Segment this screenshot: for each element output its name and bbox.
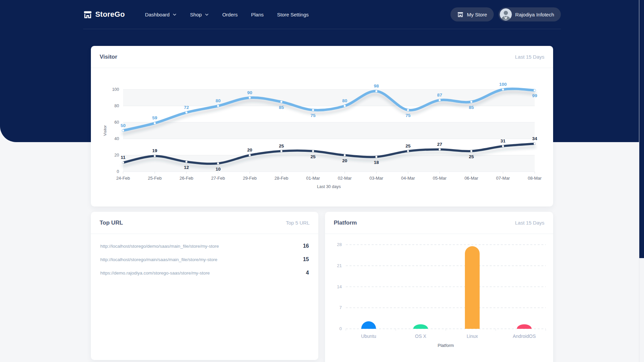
svg-text:10: 10	[216, 167, 221, 172]
svg-text:28-Feb: 28-Feb	[274, 176, 288, 181]
url-row: http://localhost/storego/main/saas/main_…	[91, 253, 318, 266]
svg-text:85: 85	[279, 105, 284, 110]
avatar	[500, 8, 512, 20]
svg-text:25: 25	[469, 154, 474, 159]
svg-text:01-Mar: 01-Mar	[306, 176, 320, 181]
svg-text:72: 72	[184, 105, 189, 110]
svg-text:19: 19	[152, 148, 157, 153]
main-nav: Dashboard Shop Orders Plans Store Settin…	[145, 12, 309, 17]
storefront-icon	[457, 11, 464, 18]
svg-text:06-Mar: 06-Mar	[465, 176, 479, 181]
svg-text:75: 75	[406, 113, 411, 118]
svg-text:31: 31	[500, 138, 506, 143]
scrollbar-thumb[interactable]	[639, 0, 644, 258]
svg-text:20: 20	[247, 147, 252, 153]
url-list: http://localhost/storego/demo/saas/main_…	[91, 234, 318, 280]
nav-label: Dashboard	[145, 12, 169, 17]
url-row: https://demo.rajodiya.com/storego-saas/s…	[91, 266, 318, 280]
svg-text:Last 30 days: Last 30 days	[317, 184, 341, 189]
card-title: Top URL	[100, 220, 123, 226]
svg-text:29-Feb: 29-Feb	[243, 176, 257, 181]
svg-text:50: 50	[120, 123, 125, 128]
svg-text:80: 80	[342, 98, 347, 103]
url-link[interactable]: http://localhost/storego/demo/saas/main_…	[100, 244, 219, 249]
svg-text:12: 12	[184, 165, 189, 170]
svg-text:14: 14	[337, 284, 342, 289]
url-count: 15	[303, 256, 309, 262]
svg-text:20: 20	[342, 158, 347, 163]
nav-item-shop[interactable]: Shop	[190, 12, 209, 17]
my-store-label: My Store	[467, 12, 487, 17]
user-menu[interactable]: Rajodiya Infotech	[498, 7, 561, 21]
svg-text:0: 0	[339, 326, 342, 331]
svg-text:03-Mar: 03-Mar	[369, 176, 383, 181]
svg-text:27: 27	[437, 142, 442, 147]
store-logo-icon	[83, 10, 92, 19]
svg-text:11: 11	[121, 155, 126, 160]
url-link[interactable]: https://demo.rajodiya.com/storego-saas/s…	[100, 270, 210, 276]
svg-text:25: 25	[311, 154, 316, 159]
svg-text:90: 90	[247, 90, 252, 95]
app-header: StoreGo Dashboard Shop Orders Plans Stor…	[83, 0, 561, 29]
nav-item-orders[interactable]: Orders	[222, 12, 238, 17]
svg-text:7: 7	[339, 305, 342, 310]
visitor-chart: 10080604020024-Feb25-Feb26-Feb27-Feb29-F…	[91, 77, 553, 191]
svg-text:80: 80	[216, 98, 221, 103]
svg-text:99: 99	[532, 93, 537, 98]
svg-text:05-Mar: 05-Mar	[433, 176, 447, 181]
svg-text:Visitor: Visitor	[103, 125, 107, 136]
card-title: Platform	[334, 220, 357, 226]
svg-text:02-Mar: 02-Mar	[338, 176, 352, 181]
svg-text:98: 98	[374, 83, 379, 88]
svg-text:80: 80	[114, 104, 119, 108]
platform-chart: 07142128UbuntuOS XLinuxAndroidOSPlatform	[325, 234, 553, 351]
svg-text:25: 25	[406, 143, 411, 148]
nav-label: Plans	[251, 12, 264, 17]
svg-text:07-Mar: 07-Mar	[496, 176, 510, 181]
nav-label: Shop	[190, 12, 202, 17]
chevron-down-icon	[205, 12, 209, 17]
subtitle-label: Top 5 URL	[286, 220, 310, 226]
svg-text:0: 0	[117, 169, 119, 174]
visitor-card: Visitor Last 15 Days 10080604020024-Feb2…	[91, 46, 553, 206]
svg-text:AndroidOS: AndroidOS	[513, 334, 536, 339]
svg-text:24-Feb: 24-Feb	[116, 176, 130, 181]
nav-item-dashboard[interactable]: Dashboard	[145, 12, 176, 17]
svg-text:60: 60	[114, 120, 119, 125]
svg-text:100: 100	[499, 82, 507, 87]
svg-text:21: 21	[337, 263, 342, 268]
logo[interactable]: StoreGo	[83, 10, 125, 19]
svg-text:25: 25	[279, 143, 284, 148]
svg-text:75: 75	[311, 113, 316, 118]
url-row: http://localhost/storego/demo/saas/main_…	[91, 239, 318, 253]
svg-text:08-Mar: 08-Mar	[528, 176, 542, 181]
nav-label: Store Settings	[277, 12, 309, 17]
svg-text:25-Feb: 25-Feb	[148, 176, 162, 181]
url-count: 16	[303, 243, 309, 249]
chevron-down-icon	[172, 12, 177, 17]
my-store-button[interactable]: My Store	[450, 7, 494, 21]
top-url-card: Top URL Top 5 URL http://localhost/store…	[91, 212, 318, 360]
user-name: Rajodiya Infotech	[515, 12, 554, 17]
period-label: Last 15 Days	[515, 54, 544, 60]
svg-text:34: 34	[532, 136, 537, 141]
svg-text:85: 85	[469, 105, 474, 110]
url-count: 4	[306, 270, 309, 276]
svg-text:28: 28	[337, 242, 342, 247]
svg-text:18: 18	[374, 160, 379, 165]
logo-text: StoreGo	[95, 10, 125, 19]
svg-text:Linux: Linux	[467, 334, 478, 339]
nav-item-store-settings[interactable]: Store Settings	[277, 12, 309, 17]
nav-item-plans[interactable]: Plans	[251, 12, 264, 17]
svg-text:04-Mar: 04-Mar	[401, 176, 415, 181]
svg-text:20: 20	[114, 153, 119, 158]
platform-card: Platform Last 15 Days 07142128UbuntuOS X…	[325, 212, 553, 362]
url-link[interactable]: http://localhost/storego/main/saas/main_…	[100, 257, 217, 262]
svg-text:26-Feb: 26-Feb	[179, 176, 193, 181]
svg-text:OS X: OS X	[415, 334, 426, 339]
header-actions: My Store Rajodiya Infotech	[450, 7, 561, 21]
svg-text:59: 59	[152, 115, 157, 120]
page-scrollbar[interactable]	[639, 0, 644, 362]
svg-text:Ubuntu: Ubuntu	[361, 334, 376, 339]
card-title: Visitor	[100, 54, 117, 60]
